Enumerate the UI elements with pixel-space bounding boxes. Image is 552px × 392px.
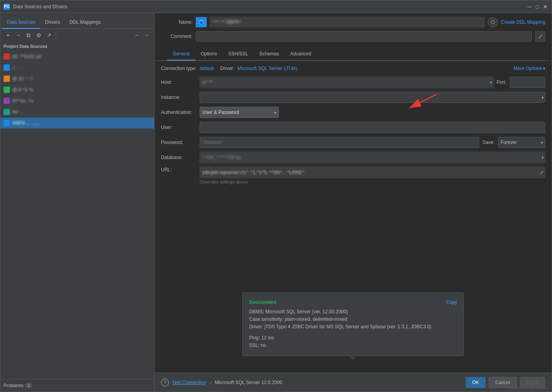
- add-datasource-button[interactable]: +: [4, 31, 12, 40]
- success-body: DBMS: Microsoft SQL Server (ver. 12.00.2…: [249, 308, 457, 349]
- svg-point-1: [491, 21, 494, 24]
- watermark: CSDN @superbeyone: [510, 386, 549, 390]
- toolbar-separator: [56, 32, 56, 39]
- tab-data-sources[interactable]: Data Sources: [2, 16, 40, 29]
- left-toolbar: + − ⧉ ⚙ ↗ ← →: [0, 29, 154, 42]
- right-panel: Name:: [155, 13, 552, 392]
- driver-line: Driver: jTDS Type 4 JDBC Driver for MS S…: [249, 323, 457, 331]
- ds-label: hi^^ou. ^u: [12, 98, 33, 104]
- tab-ddl-mappings[interactable]: DDL Mappings: [65, 16, 106, 29]
- database-dropdown-button[interactable]: ▾: [542, 155, 544, 160]
- help-button[interactable]: ?: [161, 379, 169, 386]
- back-button[interactable]: ←: [133, 31, 142, 40]
- database-input[interactable]: [200, 152, 545, 163]
- ds-icon: [4, 120, 10, 126]
- tab-options[interactable]: Options: [195, 48, 223, 61]
- database-input-wrap: ▾: [200, 152, 545, 163]
- connection-status-text: Microsoft SQL Server 12.0.2000: [215, 380, 282, 385]
- forward-button[interactable]: →: [142, 31, 151, 40]
- url-label: URL:: [161, 167, 197, 172]
- list-item[interactable]: hs^...: [0, 106, 154, 117]
- list-item[interactable]: HSFX.... ......: [0, 117, 154, 129]
- tab-advanced[interactable]: Advanced: [285, 48, 317, 61]
- minimize-button[interactable]: ─: [526, 4, 533, 10]
- comment-expand-button[interactable]: ⤢: [535, 31, 545, 42]
- ds-icon: [4, 76, 10, 82]
- connection-type-label: Connection type:: [161, 66, 197, 71]
- list-item[interactable]: 0C ^^5152.1e: [0, 51, 154, 62]
- test-connection-link[interactable]: Test Connection: [172, 380, 206, 385]
- main-window: PG Data Sources and Drivers ─ □ ✕ Data S…: [0, 0, 552, 392]
- copy-datasource-button[interactable]: ⧉: [24, 31, 33, 40]
- user-input[interactable]: sa: [200, 122, 545, 133]
- succeeded-label: Succeeded: [249, 299, 276, 305]
- ds-icon: [4, 53, 10, 60]
- ok-button[interactable]: OK: [466, 377, 485, 388]
- ds-label: @ 10. ^.7.: [12, 76, 34, 81]
- nav-arrows: ← →: [133, 31, 151, 40]
- list-item[interactable]: hi^^ou. ^u: [0, 95, 154, 106]
- bottom-bar: ? Test Connection ✓ Microsoft SQL Server…: [155, 373, 552, 392]
- list-item[interactable]: @ 10. ^.7.: [0, 73, 154, 84]
- chevron-down-icon: ▾: [543, 66, 545, 71]
- close-button[interactable]: ✕: [542, 4, 548, 10]
- ds-icon: [4, 98, 10, 104]
- test-connection-area: Test Connection ✓ Microsoft SQL Server 1…: [172, 380, 282, 385]
- create-ddl-link[interactable]: Create DDL Mapping: [501, 19, 545, 25]
- host-input[interactable]: [200, 77, 493, 88]
- host-dropdown-button[interactable]: ▾: [490, 80, 492, 85]
- connection-tabs: General Options SSH/SSL Schemas Advanced: [161, 45, 545, 61]
- success-popup: Succeeded Copy DBMS: Microsoft SQL Serve…: [242, 292, 464, 356]
- problems-bar[interactable]: Problems 1: [0, 379, 154, 392]
- tab-sshssl[interactable]: SSH/SSL: [223, 48, 254, 61]
- list-item[interactable]: @ 0 ^1 ^s: [0, 84, 154, 95]
- datasource-name-input[interactable]: [210, 17, 484, 27]
- maximize-button[interactable]: □: [534, 4, 541, 10]
- case-sensitivity-line: Case sensitivity: plain=mixed, delimited…: [249, 316, 457, 323]
- driver-label: Driver:: [220, 66, 234, 71]
- instance-row: Instance: ▾: [161, 92, 545, 103]
- name-option-button[interactable]: [488, 17, 498, 27]
- ds-label: @ 0 ^1 ^s: [12, 87, 33, 93]
- url-input[interactable]: [200, 167, 545, 178]
- problems-badge: 1: [25, 383, 32, 388]
- more-options-button[interactable]: More Options ▾: [514, 66, 545, 71]
- form-header: Name:: [155, 13, 552, 61]
- instance-label: Instance:: [161, 95, 197, 100]
- tab-schemas[interactable]: Schemas: [254, 48, 285, 61]
- dbms-line: DBMS: Microsoft SQL Server (ver. 12.00.2…: [249, 308, 457, 316]
- driver-value[interactable]: Microsoft SQL Server (JTds): [237, 66, 297, 71]
- authentication-row: Authentication: User & Password ▾: [161, 107, 545, 118]
- connection-status: ✓ Microsoft SQL Server 12.0.2000: [209, 380, 282, 385]
- check-icon: ✓: [209, 380, 213, 385]
- url-expand-button[interactable]: ⤢: [540, 170, 544, 175]
- settings-button[interactable]: ⚙: [34, 31, 43, 40]
- copy-button[interactable]: Copy: [446, 299, 457, 305]
- export-button[interactable]: ↗: [45, 31, 53, 40]
- auth-select[interactable]: User & Password: [200, 107, 279, 118]
- tab-drivers[interactable]: Drivers: [40, 16, 65, 29]
- list-item[interactable]: 1 . . .: [0, 62, 154, 73]
- window-controls: ─ □ ✕: [526, 4, 548, 10]
- database-label: Database:: [161, 155, 197, 160]
- datasource-color-icon[interactable]: [196, 17, 207, 27]
- remove-datasource-button[interactable]: −: [14, 31, 23, 40]
- instance-input[interactable]: [200, 92, 545, 103]
- instance-dropdown-button[interactable]: ▾: [542, 95, 544, 100]
- host-label: Host:: [161, 80, 197, 85]
- ds-label: 1 . . .: [12, 65, 23, 70]
- port-input[interactable]: 1433: [510, 77, 545, 88]
- comment-input[interactable]: [196, 31, 532, 42]
- auth-label: Authentication:: [161, 110, 197, 115]
- ds-label: 0C ^^5152.1e: [12, 54, 41, 59]
- save-select[interactable]: Forever: [498, 137, 545, 148]
- url-hint: Overrides settings above: [200, 180, 545, 184]
- tab-general[interactable]: General: [167, 48, 195, 61]
- user-row: User: sa: [161, 122, 545, 133]
- port-label: Port:: [497, 80, 507, 85]
- left-tabs: Data Sources Drivers DDL Mappings: [0, 13, 154, 29]
- ds-icon: [4, 109, 10, 115]
- password-input[interactable]: [200, 137, 479, 148]
- connection-type-value[interactable]: default: [200, 66, 214, 71]
- popup-arrow-inner: [350, 356, 357, 359]
